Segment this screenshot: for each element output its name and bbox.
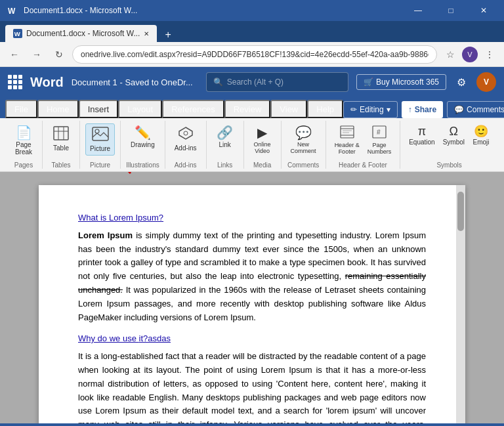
maximize-button[interactable]: □ xyxy=(436,0,466,21)
tab-home[interactable]: Home xyxy=(37,100,79,118)
ribbon-content: 📄 PageBreak Pages Table Tables xyxy=(0,118,504,172)
buy-label: Buy Microsoft 365 xyxy=(376,77,439,87)
lorem-ipsum-bold: Lorem Ipsum xyxy=(78,230,133,240)
symbols-group-label: Symbols xyxy=(436,160,461,169)
comments-button[interactable]: 💬 Comments xyxy=(447,101,504,118)
minimize-button[interactable]: — xyxy=(403,0,433,21)
links-group-items: 🔗 Link xyxy=(212,121,238,159)
title-bar: W Document1.docx - Microsoft W... — □ ✕ xyxy=(0,0,504,21)
emoji-button[interactable]: 🙂 Emoji xyxy=(469,123,493,148)
dropdown-arrow-icon: ▾ xyxy=(387,105,390,114)
word-header-right: 🛒 Buy Microsoft 365 ⚙ V xyxy=(356,72,496,92)
picture-button[interactable]: Picture xyxy=(85,123,115,156)
tab-review[interactable]: Review xyxy=(224,100,271,118)
symbols-group-items: π Equation Ω Symbol 🙂 Emoji xyxy=(406,121,493,159)
word-tab-icon: W xyxy=(13,29,22,38)
page-numbers-label: PageNumbers xyxy=(368,142,392,155)
tables-group-items: Table xyxy=(48,121,74,159)
tab-references[interactable]: References xyxy=(162,100,224,118)
editing-label: Editing xyxy=(360,105,384,114)
document-page: What is Lorem Ipsum? Lorem Ipsum is simp… xyxy=(39,185,465,423)
picture-group-label: Picture xyxy=(90,160,110,169)
forward-button[interactable]: → xyxy=(28,45,46,64)
new-comment-button[interactable]: 💬 NewComment xyxy=(287,123,320,157)
word-icon: W xyxy=(5,4,18,17)
page-break-label: PageBreak xyxy=(15,141,32,156)
link-icon: 🔗 xyxy=(217,126,233,139)
close-button[interactable]: ✕ xyxy=(469,0,499,21)
addins-button[interactable]: Add-ins xyxy=(171,123,201,154)
address-input[interactable] xyxy=(72,45,437,64)
ribbon-group-media: ▶ OnlineVideo Media xyxy=(244,121,282,169)
word-settings-button[interactable]: ⚙ xyxy=(452,72,471,92)
svg-text:#: # xyxy=(377,129,381,136)
tab-insert[interactable]: Insert xyxy=(79,100,119,118)
illustrations-group-items: ✏️ Drawing xyxy=(127,121,159,159)
section-heading-1[interactable]: What is Lorem Ipsum? xyxy=(78,211,426,225)
comments-label: Comments xyxy=(467,105,504,114)
back-button[interactable]: ← xyxy=(5,45,24,64)
browser-profile-icon[interactable]: V xyxy=(462,47,478,62)
header-footer-group-label: Header & Footer xyxy=(339,160,387,169)
scrollbar-thumb[interactable] xyxy=(457,192,464,231)
title-bar-left: W Document1.docx - Microsoft W... xyxy=(5,4,137,17)
picture-icon xyxy=(92,127,109,143)
online-video-label: OnlineVideo xyxy=(254,141,271,154)
tab-view[interactable]: View xyxy=(270,100,307,118)
picture-label: Picture xyxy=(90,145,110,152)
word-search-box[interactable]: 🔍 Search (Alt + Q) xyxy=(206,72,348,92)
tables-group-label: Tables xyxy=(52,160,71,169)
drawing-icon: ✏️ xyxy=(135,126,151,139)
waffle-menu-button[interactable] xyxy=(8,75,22,89)
svg-rect-4 xyxy=(54,127,68,140)
buy-microsoft-365-button[interactable]: 🛒 Buy Microsoft 365 xyxy=(356,74,446,90)
address-bar: ← → ↻ ☆ V ⋮ xyxy=(0,42,504,67)
svg-point-9 xyxy=(95,129,99,133)
header-footer-label: Header &Footer xyxy=(335,142,360,155)
ribbon-right-actions: ✏ Editing ▾ ↑ Share 💬 Comments xyxy=(343,101,504,118)
header-footer-group-items: Header &Footer # PageNumbers xyxy=(331,121,395,159)
it-link[interactable]: it?asdas xyxy=(139,333,171,343)
tab-layout[interactable]: Layout xyxy=(118,100,162,118)
settings-icon[interactable]: ⋮ xyxy=(480,45,499,64)
link-button[interactable]: 🔗 Link xyxy=(212,123,238,151)
drawing-button[interactable]: ✏️ Drawing xyxy=(127,123,159,151)
share-label: Share xyxy=(415,105,436,114)
addins-group-label: Add-ins xyxy=(175,160,197,169)
emoji-label: Emoji xyxy=(473,138,490,146)
equation-button[interactable]: π Equation xyxy=(406,123,438,148)
section-body-1: Lorem Ipsum is simply dummy text of the … xyxy=(78,229,426,325)
header-footer-button[interactable]: Header &Footer xyxy=(331,123,363,157)
tab-help[interactable]: Help xyxy=(307,100,343,118)
document-title[interactable]: Document 1 - Saved to OneDr... xyxy=(72,77,193,87)
ribbon-group-comments: 💬 NewComment Comments xyxy=(282,121,326,169)
emoji-icon: 🙂 xyxy=(474,125,488,137)
user-avatar[interactable]: V xyxy=(476,72,496,92)
section-heading-2[interactable]: Why do we use it?asdas xyxy=(78,332,426,346)
editing-button[interactable]: ✏ Editing ▾ xyxy=(343,101,398,118)
table-button[interactable]: Table xyxy=(48,123,74,154)
refresh-button[interactable]: ↻ xyxy=(50,45,68,64)
comments-group-label: Comments xyxy=(287,160,319,169)
comments-group-items: 💬 NewComment xyxy=(287,121,320,159)
scrollbar-track[interactable] xyxy=(456,185,465,423)
browser-tab-active[interactable]: W Document1.docx - Microsoft W... ✕ xyxy=(5,25,157,42)
equation-label: Equation xyxy=(409,138,434,146)
ribbon-group-picture: Picture Picture xyxy=(80,121,121,169)
page-numbers-button[interactable]: # PageNumbers xyxy=(364,123,395,157)
online-video-button[interactable]: ▶ OnlineVideo xyxy=(249,123,276,157)
buy-icon: 🛒 xyxy=(364,77,373,87)
page-break-button[interactable]: 📄 PageBreak xyxy=(10,123,37,158)
bookmark-icon[interactable]: ☆ xyxy=(441,45,459,64)
addins-icon xyxy=(178,126,194,142)
address-bar-right: ☆ V ⋮ xyxy=(441,45,499,64)
share-button[interactable]: ↑ Share xyxy=(402,101,443,118)
tab-close-icon[interactable]: ✕ xyxy=(144,30,149,37)
table-label: Table xyxy=(53,144,69,152)
document-area: What is Lorem Ipsum? Lorem Ipsum is simp… xyxy=(0,172,504,423)
search-icon: 🔍 xyxy=(213,77,223,87)
symbol-button[interactable]: Ω Symbol xyxy=(440,123,468,148)
tab-file[interactable]: File xyxy=(5,100,37,118)
new-tab-button[interactable]: + xyxy=(159,29,176,41)
word-app-logo[interactable]: Word xyxy=(30,75,64,90)
